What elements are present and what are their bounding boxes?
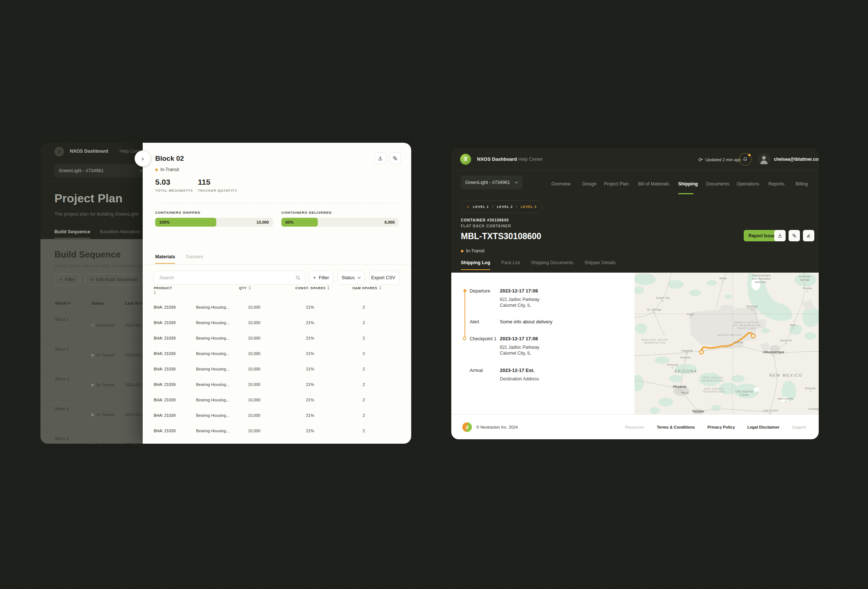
svg-text:Moab: Moab	[719, 277, 727, 280]
svg-text:ARIZONA: ARIZONA	[675, 369, 697, 373]
project-selector-dropdown[interactable]: GreenLight - #734961	[55, 164, 147, 178]
filter-button[interactable]: + Filter	[55, 274, 80, 285]
qty-cell: 10,000	[235, 351, 260, 356]
table-row[interactable]: BHA: 21039Bearing Housing...10,00021%2	[143, 424, 411, 439]
table-row[interactable]: BHA: 21039Bearing Housing...10,00021%2	[143, 300, 411, 316]
drawer-collapse-button[interactable]: ›	[134, 151, 151, 167]
column-block[interactable]: Block #	[55, 301, 75, 306]
timeline-line	[465, 290, 465, 338]
table-row[interactable]: BHA: 21039Bearing Housing...10,00021%2	[143, 362, 411, 378]
timeline-dot-filled	[464, 289, 466, 292]
om-spares-cell: 2	[351, 320, 376, 325]
avatar[interactable]	[758, 153, 770, 165]
column-const-spares[interactable]: CONST. SPARES	[295, 286, 330, 290]
tab-shipper-details[interactable]: Shipper Details	[585, 260, 616, 270]
product-code-cell: BHA: 21039	[154, 413, 176, 418]
updated-status: ⟳ Updated 2 min ago	[698, 157, 741, 162]
om-spares-cell: 2	[351, 413, 376, 418]
product-code-cell: BHA: 21039	[154, 382, 176, 387]
download-button[interactable]	[774, 230, 785, 241]
nav-design[interactable]: Design	[582, 182, 596, 186]
footer-link-privacy-policy[interactable]: Privacy Policy	[707, 425, 735, 430]
svg-text:Sedona: Sedona	[680, 356, 690, 359]
svg-text:Prescott: Prescott	[667, 363, 678, 366]
nav-shipping[interactable]: Shipping	[678, 182, 698, 186]
table-row[interactable]: BHA: 21039Bearing Housing...10,00021%2	[143, 316, 411, 331]
timeline-dot-hollow	[463, 337, 466, 340]
progress-value: 6,000	[384, 218, 395, 227]
tab-build-sequence[interactable]: Build Sequence	[55, 229, 90, 239]
breadcrumb-item[interactable]: LEVEL 1	[473, 205, 489, 209]
tab-baseline-allocation[interactable]: Baseline Allocation	[100, 229, 140, 239]
const-spares-cell: 21%	[297, 351, 323, 356]
svg-text:NEW MEXICO: NEW MEXICO	[769, 373, 803, 378]
app-title: NXOS Dashboard	[477, 156, 517, 162]
breadcrumb-item[interactable]: LEVEL 3	[521, 205, 537, 209]
footer-link-support[interactable]: Support	[792, 425, 806, 430]
qty-cell: 10,000	[235, 320, 260, 325]
nav-bill-of-materials[interactable]: Bill of Materials	[638, 182, 669, 186]
copy-link-button[interactable]	[389, 152, 401, 164]
progress-track: 60% 6,000	[281, 218, 399, 227]
drawer-status: In-Transit	[155, 167, 179, 172]
notifications-button[interactable]	[739, 153, 751, 165]
table-row[interactable]: BHA: 21039Bearing Housing...10,00021%2	[143, 378, 411, 393]
column-qty[interactable]: QTY	[239, 286, 251, 290]
tab-pack-list[interactable]: Pack List	[501, 260, 520, 270]
svg-text:Phoenix: Phoenix	[673, 384, 687, 388]
breadcrumb[interactable]: ‹ LEVEL 1/LEVEL 2/LEVEL 3	[461, 201, 543, 213]
nav-project-plan[interactable]: Project Plan	[604, 182, 629, 186]
tab-shipping-documents[interactable]: Shipping Documents	[531, 260, 573, 270]
status-filter-button[interactable]: Status	[338, 271, 365, 285]
svg-text:Gallup: Gallup	[734, 341, 743, 344]
product-code-cell: BHA: 21039	[154, 429, 176, 433]
nav-documents[interactable]: Documents	[706, 182, 729, 186]
desktop-background: X NXOS Dashboard Help Center GreenLight …	[0, 0, 868, 589]
table-row[interactable]: BHA: 21039Bearing Housing...10,00021%2	[143, 439, 411, 444]
progress-fill: 60%	[281, 218, 318, 227]
column-status[interactable]: Status	[91, 301, 109, 306]
help-center-link[interactable]: Help Center	[518, 157, 543, 162]
tab-materials[interactable]: Materials	[155, 254, 175, 264]
om-spares-cell: 2	[351, 305, 376, 309]
nav-operations[interactable]: Operations	[737, 182, 759, 186]
block-cell: Block 4	[55, 406, 71, 412]
footer-link-legal-disclaimer[interactable]: Legal Disclaimer	[747, 425, 779, 430]
nav-overview[interactable]: Overview	[551, 182, 570, 186]
tab-trackers[interactable]: Trackers	[185, 254, 203, 264]
export-csv-button[interactable]: Export CSV	[369, 271, 399, 285]
table-row[interactable]: BHA: 21039Bearing Housing...10,00021%2	[143, 347, 411, 362]
footer-link-terms-conditions[interactable]: Terms & Conditions	[657, 425, 695, 430]
footer-links: ResourcesTerms & ConditionsPrivacy Polic…	[625, 425, 806, 430]
download-button[interactable]	[374, 152, 386, 164]
date-cell: 2024-07-2	[125, 442, 144, 444]
nav-reports[interactable]: Reports	[768, 182, 784, 186]
search-input[interactable]	[158, 275, 291, 281]
product-code-cell: BHA: 21039	[154, 305, 176, 309]
table-row[interactable]: BHA: 21039Bearing Housing...10,00021%2	[143, 393, 411, 408]
svg-text:Las Cruces: Las Cruces	[763, 409, 778, 412]
const-spares-cell: 21%	[297, 429, 323, 433]
date-cell: 2024-06-1	[125, 323, 144, 328]
filter-button[interactable]: +Filter	[309, 271, 333, 285]
table-row[interactable]: BHA: 21039Bearing Housing...10,00021%2	[143, 408, 411, 424]
table-row[interactable]: BHA: 21039Bearing Housing...10,00021%2	[143, 331, 411, 347]
nav-billing[interactable]: Billing	[796, 182, 808, 186]
edit-build-sequence-button[interactable]: ≡ Edit Build Sequence	[85, 274, 142, 285]
link-icon	[792, 233, 797, 238]
edit-button[interactable]	[803, 230, 814, 241]
drawer-tabs: MaterialsTrackers	[155, 254, 203, 264]
breadcrumb-back-icon[interactable]: ‹	[467, 204, 469, 209]
footer-link-resources[interactable]: Resources	[625, 425, 644, 430]
column-product[interactable]: PRODUCT	[154, 286, 172, 294]
timeline-value: 2023-12-17 17:08	[500, 336, 538, 341]
edit-icon	[806, 233, 811, 238]
qty-cell: 10,000	[235, 413, 260, 418]
nextracker-footer-logo-icon: X	[462, 422, 472, 432]
copy-link-button[interactable]	[788, 230, 800, 241]
column-om-spares[interactable]: O&M SPARES	[352, 286, 382, 290]
refresh-icon[interactable]: ⟳	[698, 157, 703, 162]
breadcrumb-item[interactable]: LEVEL 2	[497, 205, 513, 209]
tab-shipping-log[interactable]: Shipping Log	[461, 260, 490, 270]
svg-text:Taos: Taos	[790, 323, 796, 327]
